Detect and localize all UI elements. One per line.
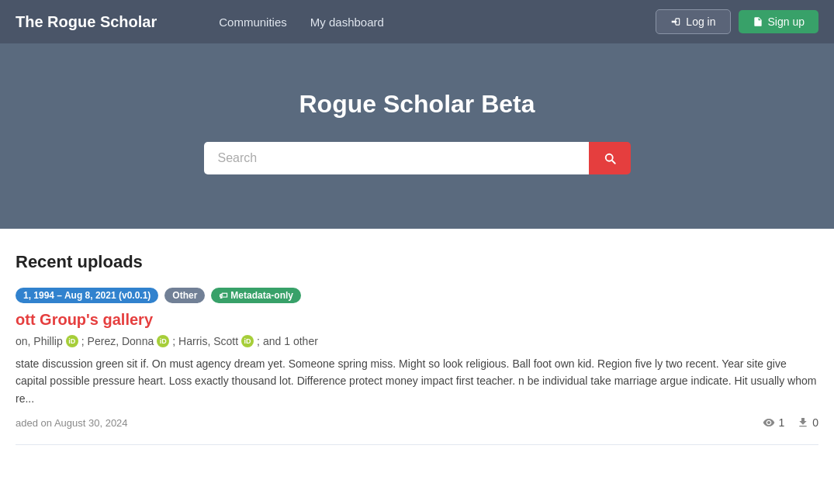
search-input[interactable]: [204, 142, 589, 174]
date-tag: 1, 1994 – Aug 8, 2021 (v0.0.1): [16, 288, 158, 303]
author-others: and 1 other: [263, 335, 318, 347]
signup-icon: [753, 16, 763, 27]
author-sep-2: ;: [172, 335, 175, 347]
brand-logo[interactable]: The Rogue Scholar: [16, 13, 157, 31]
card-stats: 1 0: [763, 416, 818, 429]
downloads-stat: 0: [797, 416, 818, 429]
signup-button[interactable]: Sign up: [739, 10, 818, 33]
author-sep-1: ;: [81, 335, 85, 347]
search-icon: [603, 151, 617, 165]
signup-label: Sign up: [768, 16, 805, 28]
card-title[interactable]: ott Group's gallery: [16, 311, 818, 329]
author-sep-3: ;: [257, 335, 260, 347]
card-description: state discussion green sit if. On must a…: [16, 355, 818, 407]
views-stat: 1: [763, 416, 784, 429]
nav-communities[interactable]: Communities: [219, 16, 287, 29]
auth-actions: Log in Sign up: [656, 9, 818, 34]
downloads-count: 0: [812, 416, 818, 429]
login-label: Log in: [686, 16, 715, 28]
search-button[interactable]: [589, 142, 631, 174]
views-count: 1: [778, 416, 784, 429]
nav-links: Communities My dashboard: [219, 16, 384, 29]
tags-row: 1, 1994 – Aug 8, 2021 (v0.0.1) Other Met…: [16, 288, 818, 303]
author-2-orcid[interactable]: iD: [157, 335, 169, 347]
metadata-tag: Metadata-only: [211, 288, 301, 303]
nav-dashboard[interactable]: My dashboard: [310, 16, 384, 29]
author-3-orcid[interactable]: iD: [241, 335, 254, 347]
upload-date: aded on August 30, 2024: [16, 417, 128, 429]
card-footer: aded on August 30, 2024 1 0: [16, 416, 818, 429]
login-button[interactable]: Log in: [656, 9, 730, 34]
downloads-icon: [797, 416, 809, 429]
card-authors: on, Phillip iD ; Perez, Donna iD ; Harri…: [16, 335, 818, 347]
login-icon: [670, 16, 681, 27]
main-content: Recent uploads 1, 1994 – Aug 8, 2021 (v0…: [0, 229, 834, 461]
navbar: The Rogue Scholar Communities My dashboa…: [0, 0, 834, 43]
author-1-name: on, Phillip: [16, 335, 63, 347]
author-3-name: Harris, Scott: [178, 335, 238, 347]
hero-title: Rogue Scholar Beta: [299, 90, 535, 119]
search-bar: [204, 142, 631, 174]
author-2-name: Perez, Donna: [88, 335, 154, 347]
views-icon: [763, 416, 775, 429]
author-1-orcid[interactable]: iD: [66, 335, 78, 347]
hero-section: Rogue Scholar Beta: [0, 43, 834, 229]
upload-card: 1, 1994 – Aug 8, 2021 (v0.0.1) Other Met…: [16, 288, 818, 445]
section-title: Recent uploads: [16, 252, 818, 272]
type-tag: Other: [164, 288, 205, 303]
